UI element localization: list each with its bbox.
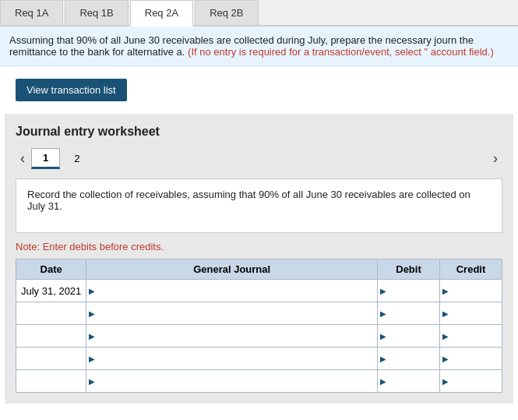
row5-date — [16, 370, 86, 393]
page-navigation: ‹ 1 2 › — [16, 148, 502, 169]
row3-credit-cell: ▶ — [440, 325, 502, 348]
row3-debit-cell: ▶ — [378, 325, 440, 348]
row2-debit-input[interactable] — [389, 302, 439, 324]
row3-debit-input[interactable] — [389, 325, 439, 347]
table-row: ▶ ▶ ▶ — [16, 348, 502, 370]
row1-debit-cell: ▶ — [378, 280, 440, 302]
prev-page-arrow[interactable]: ‹ — [16, 150, 30, 167]
row1-debit-input[interactable] — [389, 280, 439, 302]
row2-journal-input[interactable] — [97, 302, 377, 324]
row4-credit-cell: ▶ — [440, 348, 502, 370]
row4-journal-input[interactable] — [97, 348, 377, 369]
row4-date — [16, 348, 86, 370]
row5-journal-arrow: ▶ — [86, 377, 97, 386]
row3-journal-arrow: ▶ — [86, 332, 97, 341]
instruction-box: Assuming that 90% of all June 30 receiva… — [0, 26, 518, 66]
col-header-journal: General Journal — [86, 259, 378, 280]
table-row: ▶ ▶ ▶ — [16, 325, 502, 348]
table-row: ▶ ▶ ▶ — [16, 302, 502, 325]
row1-credit-cell: ▶ — [440, 280, 502, 302]
row3-date — [16, 325, 86, 348]
page-2-tab[interactable]: 2 — [63, 150, 90, 168]
row4-credit-input[interactable] — [451, 348, 502, 369]
tab-req2b[interactable]: Req 2B — [195, 0, 258, 25]
row3-journal-input[interactable] — [97, 325, 377, 347]
row5-credit-cell: ▶ — [440, 370, 502, 393]
tab-req2a[interactable]: Req 2A — [130, 0, 193, 26]
table-row: July 31, 2021 ▶ ▶ ▶ — [16, 280, 502, 302]
row1-credit-input[interactable] — [451, 280, 502, 302]
tab-req1b[interactable]: Req 1B — [65, 0, 128, 25]
entry-note: Note: Enter debits before credits. — [16, 241, 502, 252]
row2-date — [16, 302, 86, 325]
row4-debit-arrow: ▶ — [378, 355, 389, 363]
row1-journal-cell: ▶ — [86, 280, 378, 302]
row1-journal-input[interactable] — [97, 280, 377, 302]
row3-credit-input[interactable] — [451, 325, 502, 347]
row2-journal-arrow: ▶ — [86, 309, 97, 318]
tab-bar: Req 1A Req 1B Req 2A Req 2B — [0, 0, 518, 26]
row5-debit-cell: ▶ — [378, 370, 440, 393]
row2-credit-cell: ▶ — [440, 302, 502, 325]
next-page-arrow[interactable]: › — [488, 150, 502, 167]
row5-debit-arrow: ▶ — [378, 377, 389, 386]
worksheet-container: Journal entry worksheet ‹ 1 2 › Record t… — [5, 114, 513, 404]
row5-credit-arrow: ▶ — [440, 377, 451, 386]
row4-debit-input[interactable] — [389, 348, 439, 369]
worksheet-title: Journal entry worksheet — [16, 125, 502, 139]
journal-table: Date General Journal Debit Credit July 3… — [16, 259, 502, 393]
table-row: ▶ ▶ ▶ — [16, 370, 502, 393]
page-1-tab[interactable]: 1 — [31, 148, 60, 169]
row2-journal-cell: ▶ — [86, 302, 378, 325]
row1-journal-arrow: ▶ — [86, 287, 97, 295]
row5-journal-input[interactable] — [97, 370, 377, 392]
row2-debit-arrow: ▶ — [378, 309, 389, 318]
row1-date: July 31, 2021 — [16, 280, 86, 302]
instruction-red-text: (If no entry is required for a transacti… — [188, 46, 494, 58]
row1-credit-arrow: ▶ — [440, 287, 451, 295]
row2-debit-cell: ▶ — [378, 302, 440, 325]
row4-credit-arrow: ▶ — [440, 355, 451, 363]
col-header-credit: Credit — [440, 259, 502, 280]
row4-journal-arrow: ▶ — [86, 355, 97, 363]
row5-debit-input[interactable] — [389, 370, 439, 392]
row4-debit-cell: ▶ — [378, 348, 440, 370]
row1-debit-arrow: ▶ — [378, 287, 389, 295]
row4-journal-cell: ▶ — [86, 348, 378, 370]
row3-journal-cell: ▶ — [86, 325, 378, 348]
row5-journal-cell: ▶ — [86, 370, 378, 393]
tab-req1a[interactable]: Req 1A — [0, 0, 63, 25]
entry-description: Record the collection of receivables, as… — [16, 178, 502, 233]
col-header-date: Date — [16, 259, 86, 280]
col-header-debit: Debit — [378, 259, 440, 280]
row5-credit-input[interactable] — [451, 370, 502, 392]
view-transaction-button[interactable]: View transaction list — [16, 79, 127, 101]
row2-credit-input[interactable] — [451, 302, 502, 324]
row3-credit-arrow: ▶ — [440, 332, 451, 341]
row3-debit-arrow: ▶ — [378, 332, 389, 341]
row2-credit-arrow: ▶ — [440, 309, 451, 318]
